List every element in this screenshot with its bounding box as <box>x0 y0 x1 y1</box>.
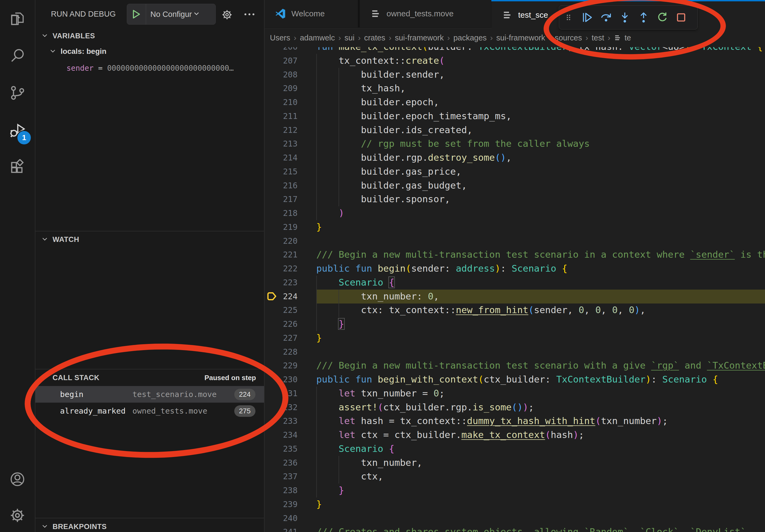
more-actions-icon[interactable] <box>241 8 257 20</box>
account-icon[interactable] <box>9 471 26 488</box>
source-control-icon[interactable] <box>9 84 26 101</box>
drag-handle-icon[interactable] <box>559 8 578 27</box>
frame-file: owned_tests.move <box>132 406 234 415</box>
stop-icon[interactable] <box>672 8 690 27</box>
variable-row-sender[interactable]: sender = 000000000000000000000000000… <box>67 64 260 73</box>
tab-owned-tests-move[interactable]: owned_tests.move <box>360 0 493 27</box>
code-text: builder.rgp.destroy_some(), <box>316 151 512 165</box>
callstack-section-header[interactable]: CALL STACK Paused on step <box>35 372 264 384</box>
code-text: // rgp must be set from the caller alway… <box>316 137 590 151</box>
equals-sign: = <box>94 64 107 73</box>
code-text: tx_context::create( <box>316 54 445 68</box>
code-text: let ctx = ctx_builder.make_tx_context(ha… <box>316 428 584 442</box>
callstack-frame-begin[interactable]: begintest_scenario.move224 <box>35 386 264 402</box>
frame-file: test_scenario.move <box>132 390 234 399</box>
code-line-231[interactable]: 231 let txn_number = 0; <box>265 387 765 400</box>
breadcrumb-item[interactable]: sui <box>345 34 355 42</box>
code-line-238[interactable]: 238 } <box>265 483 765 497</box>
code-area[interactable]: 206fun make_tx_context(builder: TxContex… <box>265 0 765 532</box>
editor-group: 206fun make_tx_context(builder: TxContex… <box>265 0 765 532</box>
code-line-220[interactable]: 220 <box>265 234 765 248</box>
frame-line-badge: 275 <box>234 405 256 417</box>
code-line-224[interactable]: 224 txn_number: 0, <box>265 290 765 304</box>
code-line-240[interactable]: 240 <box>265 511 765 525</box>
line-number: 237 <box>265 470 298 483</box>
code-line-239[interactable]: 239} <box>265 497 765 511</box>
locals-scope-row[interactable]: locals: begin <box>49 47 106 56</box>
code-line-216[interactable]: 216 builder.gas_budget, <box>265 179 765 193</box>
explorer-icon[interactable] <box>9 10 26 27</box>
code-line-213[interactable]: 213 // rgp must be set from the caller a… <box>265 137 765 151</box>
file-lines-icon <box>370 8 381 19</box>
code-line-229[interactable]: 229/// Begin a new multi-transaction tes… <box>265 359 765 373</box>
code-line-215[interactable]: 215 builder.gas_price, <box>265 165 765 179</box>
breadcrumb[interactable]: Users›adamwelc›sui›crates›sui-framework›… <box>265 28 765 47</box>
variable-name: sender <box>67 64 94 73</box>
code-line-207[interactable]: 207 tx_context::create( <box>265 54 765 68</box>
tab-welcome[interactable]: Welcome <box>265 0 360 27</box>
continue-icon[interactable] <box>578 8 597 27</box>
callstack-frame-already_marked[interactable]: already_markedowned_tests.move275 <box>35 402 264 419</box>
code-line-219[interactable]: 219} <box>265 220 765 234</box>
code-line-232[interactable]: 232 assert!(ctx_builder.rgp.is_some()); <box>265 400 765 414</box>
code-line-235[interactable]: 235 Scenario { <box>265 442 765 456</box>
code-line-234[interactable]: 234 let ctx = ctx_builder.make_tx_contex… <box>265 428 765 442</box>
code-line-209[interactable]: 209 tx_hash, <box>265 82 765 95</box>
breadcrumb-item[interactable]: sources <box>555 34 582 42</box>
code-text: builder.epoch, <box>316 95 439 109</box>
breadcrumb-item[interactable]: sui-framework <box>395 34 443 42</box>
breadcrumb-item[interactable]: packages <box>453 34 486 42</box>
code-text: builder.gas_price, <box>316 165 461 179</box>
launch-config-dropdown[interactable]: No Configur <box>127 4 216 25</box>
code-line-228[interactable]: 228 <box>265 345 765 359</box>
code-line-212[interactable]: 212 builder.ids_created, <box>265 123 765 137</box>
code-line-236[interactable]: 236 txn_number, <box>265 456 765 470</box>
sidebar-title: RUN AND DEBUG <box>51 10 116 19</box>
code-line-218[interactable]: 218 ) <box>265 206 765 220</box>
extensions-icon[interactable] <box>9 159 26 176</box>
step-into-icon[interactable] <box>615 8 634 27</box>
watch-section-header[interactable]: WATCH <box>35 234 264 245</box>
code-text: ctx: tx_context::new_from_hint(sender, 0… <box>316 303 645 317</box>
code-line-217[interactable]: 217 builder.sponsor, <box>265 192 765 206</box>
tab-label: test_sce <box>518 10 548 20</box>
code-line-227[interactable]: 227} <box>265 331 765 345</box>
code-line-223[interactable]: 223 Scenario { <box>265 276 765 290</box>
line-number: 223 <box>265 276 298 290</box>
step-out-icon[interactable] <box>634 8 653 27</box>
breadcrumb-item[interactable]: adamwelc <box>300 34 335 42</box>
debug-settings-gear-icon[interactable] <box>221 9 233 21</box>
breadcrumb-item[interactable]: Users <box>270 34 290 42</box>
code-line-214[interactable]: 214 builder.rgp.destroy_some(), <box>265 151 765 165</box>
code-line-211[interactable]: 211 builder.epoch_timestamp_ms, <box>265 109 765 123</box>
step-over-icon[interactable] <box>597 8 615 27</box>
watch-label: WATCH <box>53 235 79 244</box>
code-text: public fun begin(sender: address): Scena… <box>316 262 567 276</box>
restart-icon[interactable] <box>653 8 672 27</box>
code-line-221[interactable]: 221/// Begin a new multi-transaction tes… <box>265 248 765 262</box>
breadcrumb-file[interactable]: te <box>614 34 631 42</box>
code-text: Scenario { <box>316 276 394 290</box>
code-line-210[interactable]: 210 builder.epoch, <box>265 95 765 109</box>
code-line-226[interactable]: 226 } <box>265 317 765 331</box>
file-lines-icon <box>614 34 622 42</box>
code-line-241[interactable]: 241/// Creates and shares system objects… <box>265 525 765 532</box>
variables-section-header[interactable]: VARIABLES <box>35 30 264 42</box>
code-line-230[interactable]: 230public fun begin_with_context(ctx_bui… <box>265 373 765 387</box>
code-line-208[interactable]: 208 builder.sender, <box>265 68 765 82</box>
search-icon[interactable] <box>9 47 26 64</box>
code-line-233[interactable]: 233 let hash = tx_context::dummy_tx_hash… <box>265 414 765 428</box>
breadcrumb-item[interactable]: sui-framework <box>496 34 545 42</box>
line-number: 212 <box>265 123 298 137</box>
start-debug-icon[interactable] <box>127 4 146 24</box>
breakpoints-section-header[interactable]: BREAKPOINTS <box>35 521 264 532</box>
tab-label: Welcome <box>291 9 325 18</box>
code-line-222[interactable]: 222public fun begin(sender: address): Sc… <box>265 262 765 276</box>
line-number: 210 <box>265 95 298 109</box>
breadcrumb-item[interactable]: test <box>591 34 604 42</box>
config-label: No Configur <box>146 10 192 19</box>
code-line-237[interactable]: 237 ctx, <box>265 470 765 483</box>
breadcrumb-item[interactable]: crates <box>364 34 385 42</box>
code-line-225[interactable]: 225 ctx: tx_context::new_from_hint(sende… <box>265 303 765 317</box>
settings-gear-icon[interactable] <box>9 507 26 524</box>
